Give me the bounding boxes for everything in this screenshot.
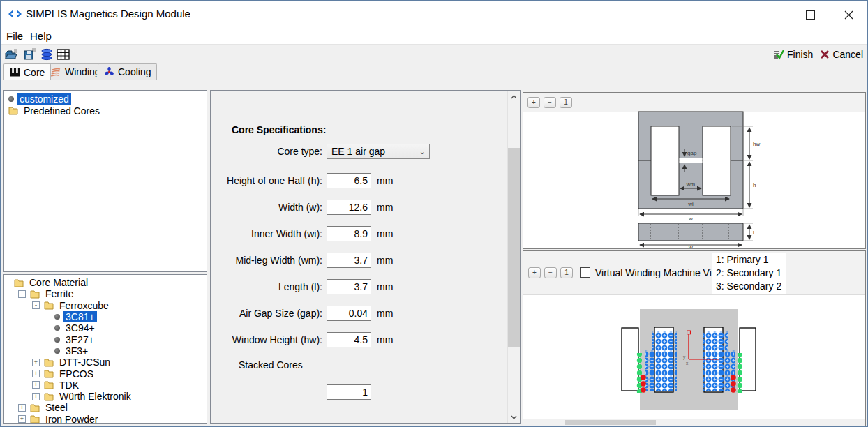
zoom-in-button[interactable]: + <box>528 267 541 278</box>
database-button[interactable] <box>40 48 54 61</box>
tree-item-iron-powder[interactable]: + Iron Powder <box>4 414 207 424</box>
core-specifications-panel: Core Specifications: Core type: EE 1 air… <box>210 90 521 424</box>
air-gap-input[interactable] <box>327 306 371 321</box>
cancel-button[interactable]: Cancel <box>820 49 863 60</box>
midleg-width-input[interactable] <box>327 253 371 268</box>
scroll-down-icon[interactable] <box>508 411 520 423</box>
tab-core[interactable]: Core <box>3 63 51 80</box>
folder-icon <box>30 403 40 412</box>
core-cross-section-diagram: gap wm wi w hw h l <box>626 105 800 249</box>
height-half-input[interactable] <box>327 173 371 188</box>
tree-item-3f3[interactable]: 3F3+ <box>4 345 207 357</box>
tree-item-ferrite[interactable]: - Ferrite <box>4 288 207 299</box>
field-row: Mid-leg Width (wm): mm <box>211 253 504 268</box>
secondary1-winding-right <box>736 353 742 393</box>
tree-item-customized[interactable]: customized <box>8 93 207 105</box>
menu-file[interactable]: File <box>6 30 23 42</box>
scrollbar-thumb[interactable] <box>565 420 656 425</box>
core-type-value: EE 1 air gap <box>327 144 415 159</box>
expand-expander[interactable]: + <box>32 359 40 366</box>
folder-icon <box>14 278 24 287</box>
tab-core-label: Core <box>24 67 45 78</box>
minimize-button[interactable] <box>755 1 787 29</box>
expand-expander[interactable]: + <box>18 404 26 412</box>
dim-l-label: l <box>753 230 754 236</box>
tab-cooling[interactable]: Cooling <box>98 63 157 80</box>
field-row: Window Height (hw): mm <box>211 332 504 347</box>
legend-item: 2: Secondary 1 <box>716 267 781 280</box>
finish-label: Finish <box>787 49 813 60</box>
dim-w-label: w <box>688 216 693 222</box>
tree-item-predefined-cores[interactable]: Predefined Cores <box>8 105 207 117</box>
dim-hw-label: hw <box>753 141 760 147</box>
tab-bar: Core Winding Cooling <box>1 63 867 80</box>
expand-expander[interactable]: + <box>32 370 40 377</box>
virtual-winding-checkbox[interactable] <box>580 267 590 278</box>
finish-icon <box>772 49 784 60</box>
scroll-up-icon[interactable] <box>508 91 520 103</box>
scrollbar-thumb[interactable] <box>508 148 520 347</box>
air-gap <box>680 158 703 163</box>
field-row: Length (l): mm <box>211 279 504 294</box>
tree-item-label: Predefined Cores <box>22 105 102 117</box>
tree-item-epcos[interactable]: + EPCOS <box>4 368 207 379</box>
tree-item-3c94[interactable]: 3C94+ <box>4 322 207 334</box>
field-row: Width (w): mm <box>211 200 504 215</box>
core-window-right <box>703 126 731 195</box>
save-file-button[interactable] <box>23 48 37 61</box>
folder-icon <box>44 380 54 389</box>
window-height-input[interactable] <box>327 332 371 347</box>
stacked-cores-label: Stacked Cores <box>239 357 303 373</box>
legend-item: 3: Secondary 2 <box>716 280 781 293</box>
zoom-reset-button[interactable]: 1 <box>560 97 572 108</box>
close-button[interactable] <box>832 1 865 29</box>
inner-width-input[interactable] <box>327 226 371 241</box>
tree-item-dtt-jcsun[interactable]: + DTT-JCSun <box>4 357 207 368</box>
tree-item-wurth[interactable]: + Würth Elektronik <box>4 391 207 402</box>
width-input[interactable] <box>327 200 371 215</box>
bullet-icon <box>54 314 60 320</box>
core-type-row: Core type: EE 1 air gap ⌄ <box>211 144 504 159</box>
length-input[interactable] <box>327 279 371 294</box>
menu-help[interactable]: Help <box>30 30 52 42</box>
title-bar: SIMPLIS Magnetics Design Module <box>1 1 867 29</box>
folder-icon <box>44 369 54 378</box>
zoom-out-button[interactable]: − <box>544 267 557 278</box>
maximize-button[interactable] <box>794 1 826 29</box>
core-icon <box>10 68 20 77</box>
tab-cooling-label: Cooling <box>118 66 151 77</box>
primary-winding-right <box>703 331 728 391</box>
primary-winding-left <box>652 331 677 391</box>
form-heading: Core Specifications: <box>232 124 326 135</box>
open-file-button[interactable] <box>5 48 19 61</box>
field-row: Air Gap Size (gap): mm <box>211 306 504 321</box>
finish-button[interactable]: Finish <box>772 49 813 60</box>
stacked-cores-row <box>211 384 504 400</box>
expand-expander[interactable]: + <box>32 381 40 389</box>
stacked-cores-input[interactable] <box>327 384 371 400</box>
zoom-reset-button[interactable]: 1 <box>560 267 573 278</box>
table-view-button[interactable] <box>57 48 70 61</box>
tree-item-tdk[interactable]: + TDK <box>4 380 207 391</box>
form-scrollbar[interactable] <box>507 91 520 423</box>
core-type-label: Core type: <box>211 144 322 159</box>
tree-item-3c81[interactable]: 3C81+ <box>4 311 207 322</box>
dim-w-plate-label: w <box>688 244 693 249</box>
expand-expander[interactable]: + <box>18 415 26 423</box>
bullet-icon <box>8 96 14 102</box>
folder-icon <box>44 358 54 367</box>
expand-expander[interactable]: + <box>32 393 40 400</box>
zoom-out-button[interactable]: − <box>544 97 556 108</box>
winding-hscrollbar[interactable] <box>523 419 865 426</box>
tree-item-core-material[interactable]: Core Material <box>4 277 207 288</box>
bullet-icon <box>54 337 60 343</box>
tree-item-steel[interactable]: + Steel <box>4 402 207 413</box>
tree-item-3e27[interactable]: 3E27+ <box>4 334 207 345</box>
close-icon <box>844 10 853 20</box>
tree-item-ferroxcube[interactable]: - Ferroxcube <box>4 300 207 311</box>
core-type-dropdown[interactable]: EE 1 air gap ⌄ <box>327 144 430 159</box>
secondary2-winding-left <box>641 375 646 393</box>
collapse-expander[interactable]: - <box>32 301 40 309</box>
collapse-expander[interactable]: - <box>18 290 26 298</box>
zoom-in-button[interactable]: + <box>527 97 540 108</box>
